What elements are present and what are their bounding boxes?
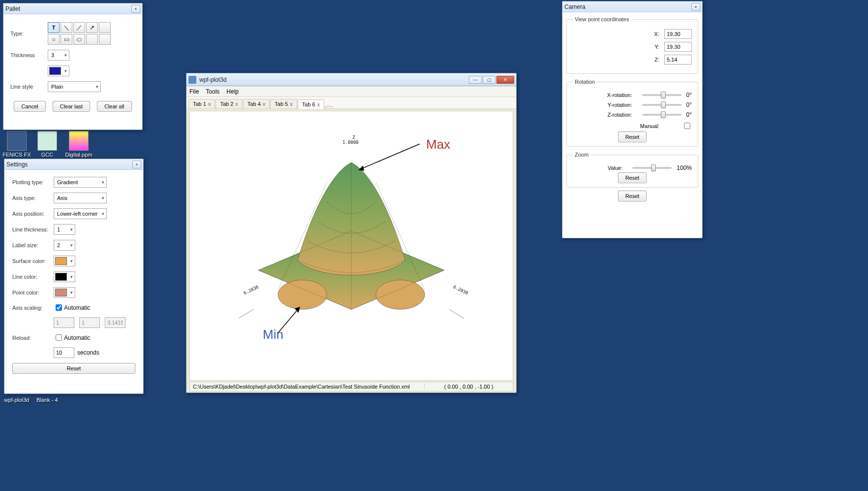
tool-ellipse[interactable]: ⬭ (73, 34, 85, 45)
app-icon (7, 131, 27, 151)
scale-y-input[interactable] (79, 317, 100, 328)
tab-active[interactable]: Tab 6x (298, 99, 324, 109)
menubar: File Tools Help (186, 86, 516, 97)
camera-titlebar[interactable]: Camera × (562, 1, 702, 12)
menu-help[interactable]: Help (226, 88, 239, 95)
surface-color-label: Surface color: (12, 258, 54, 264)
label-size-dropdown[interactable]: 2 (54, 240, 75, 251)
tab[interactable]: Tab 4x (243, 99, 270, 108)
desktop-icon[interactable]: Blank - 4 (31, 397, 63, 403)
axis-position-dropdown[interactable]: Lower-left corner (54, 208, 107, 219)
z-input[interactable] (664, 55, 692, 65)
tab[interactable]: Tab 2x (216, 99, 242, 108)
x-label: X: (573, 31, 664, 37)
line-thickness-dropdown[interactable]: 1 (54, 224, 75, 235)
axis-scaling-auto-label: Automatic (64, 304, 90, 311)
tab-label: Tab 5 (275, 101, 288, 107)
yrot-label: Y-rotation: (573, 102, 637, 108)
linestyle-dropdown[interactable]: Plain (48, 81, 101, 92)
image-icon (69, 131, 89, 151)
tool-blank[interactable] (86, 34, 98, 45)
xrot-value: 0° (686, 92, 692, 98)
yrot-slider[interactable] (642, 104, 682, 106)
status-coords: ( 0.00 , 0.00 , -1.00 ) (424, 384, 513, 390)
reload-auto-label: Automatic (64, 334, 90, 341)
label-size-label: Label size: (12, 242, 54, 248)
plotting-type-dropdown[interactable]: Gradient (54, 177, 107, 188)
viewpoint-legend: View point coordinates (573, 16, 631, 22)
rotation-reset-button[interactable]: Reset (618, 131, 647, 142)
xrot-label: X-rotation: (573, 92, 637, 98)
desktop-icon-label: wpf-plot3d (1, 397, 32, 403)
tool-blank[interactable] (99, 34, 111, 45)
reload-auto-checkbox[interactable] (56, 334, 62, 341)
tab-label: Tab 1 (193, 101, 206, 107)
status-path: C:\Users\KDjadel\Desktop\wpf-plot3d\Data… (190, 384, 424, 390)
type-label: Type: (10, 31, 48, 36)
statusbar: C:\Users\KDjadel\Desktop\wpf-plot3d\Data… (189, 382, 513, 392)
reload-seconds-input[interactable] (54, 347, 74, 358)
tab[interactable]: Tab 1x (188, 99, 215, 108)
tool-circle[interactable]: ○ (48, 34, 60, 45)
color-swatch (55, 273, 67, 281)
zrot-slider[interactable] (642, 114, 682, 116)
desktop-icon[interactable]: wpf-plot3d (1, 397, 32, 403)
point-color-dropdown[interactable] (54, 287, 75, 298)
xrot-slider[interactable] (642, 94, 682, 96)
cancel-button[interactable]: Cancel (14, 101, 45, 112)
close-icon[interactable]: ✕ (496, 76, 514, 84)
main-titlebar[interactable]: wpf-plot3d — ▢ ✕ (186, 73, 516, 86)
axis-type-label: Axis type: (12, 195, 54, 201)
camera-reset-button[interactable]: Reset (618, 191, 647, 201)
scale-x-input[interactable] (54, 317, 74, 328)
close-icon[interactable]: × (691, 3, 700, 11)
clear-last-button[interactable]: Clear last (53, 101, 90, 112)
zoom-slider[interactable] (632, 167, 672, 169)
pallet-titlebar[interactable]: Pallet × (3, 3, 142, 14)
thickness-dropdown[interactable]: 3 (48, 50, 69, 61)
axis-type-dropdown[interactable]: Axis (54, 193, 107, 203)
menu-tools[interactable]: Tools (206, 88, 219, 95)
tool-line[interactable]: ＼ (61, 22, 72, 33)
x-input[interactable] (664, 29, 692, 39)
scale-z-input[interactable] (105, 317, 125, 328)
svg-line-3 (239, 309, 253, 318)
close-icon[interactable]: × (131, 5, 140, 13)
tab-close-icon[interactable]: x (263, 101, 266, 107)
surface-plot (190, 111, 513, 380)
tab-close-icon[interactable]: x (235, 101, 238, 107)
close-icon[interactable]: × (132, 161, 141, 168)
tab-close-icon[interactable]: x (208, 101, 211, 107)
axis-scaling-auto-checkbox[interactable] (56, 304, 62, 311)
color-dropdown[interactable] (48, 65, 69, 76)
tab-label: Tab 2 (220, 101, 233, 107)
camera-title: Camera (564, 3, 690, 10)
tool-line-up[interactable]: ／ (73, 22, 85, 33)
settings-reset-button[interactable]: Reset (12, 363, 135, 374)
line-color-dropdown[interactable] (54, 271, 75, 282)
desktop-icon[interactable]: Digital.ppm (63, 131, 94, 158)
svg-line-5 (359, 144, 420, 170)
y-input[interactable] (664, 42, 692, 52)
manual-checkbox[interactable] (684, 123, 690, 129)
svg-point-2 (376, 280, 425, 310)
clear-all-button[interactable]: Clear all (97, 101, 131, 112)
menu-file[interactable]: File (189, 88, 199, 95)
rotation-group: Rotation X-rotation: 0° Y-rotation: 0° Z… (566, 79, 698, 147)
color-swatch (55, 289, 67, 296)
maximize-icon[interactable]: ▢ (483, 76, 496, 84)
zoom-legend: Zoom (573, 152, 590, 158)
minimize-icon[interactable]: — (469, 76, 482, 84)
tool-blank[interactable] (99, 22, 111, 33)
tab[interactable]: Tab 5x (270, 99, 297, 108)
tool-rect[interactable]: ▭ (61, 34, 72, 45)
tool-arrow[interactable]: ↗ (86, 22, 98, 33)
surface-color-dropdown[interactable] (54, 256, 75, 266)
zoom-reset-button[interactable]: Reset (618, 172, 647, 183)
tab-close-icon[interactable]: x (317, 101, 320, 107)
tool-text[interactable]: T (48, 22, 60, 33)
tab-add-button[interactable] (325, 106, 333, 108)
tab-close-icon[interactable]: x (290, 101, 293, 107)
settings-titlebar[interactable]: Settings × (4, 159, 143, 170)
plot-canvas[interactable]: Max Min Z 1.0000 6.2830 6.2830 (189, 111, 513, 381)
